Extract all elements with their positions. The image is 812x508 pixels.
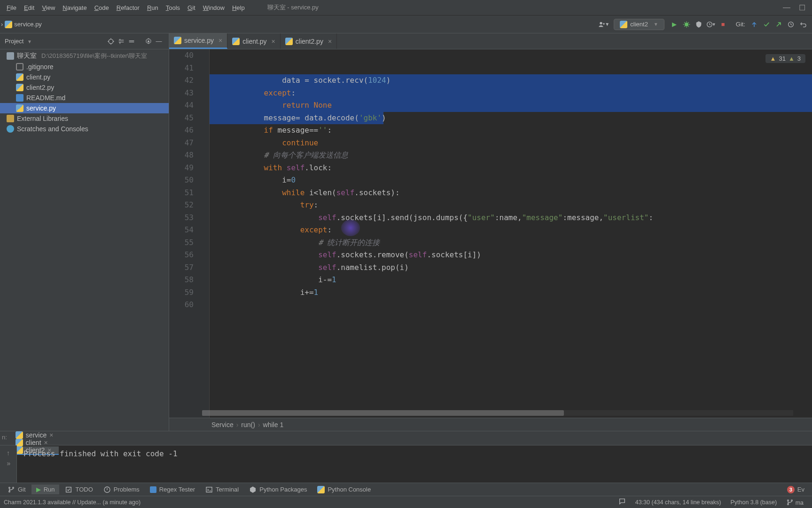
tool-tab-todo[interactable]: TODO [60, 484, 97, 495]
run-output[interactable]: Process finished with exit code -1 [17, 445, 812, 483]
menu-file[interactable]: File [3, 3, 20, 13]
code-line-60[interactable] [210, 324, 812, 336]
locate-icon[interactable] [106, 36, 116, 47]
up-arrow-icon[interactable]: ↑ [7, 449, 10, 457]
breadcrumb-segment[interactable]: Service [211, 421, 234, 429]
code-body[interactable]: data = socket.recv(1024) except: return … [210, 49, 812, 418]
scrollbar-thumb[interactable] [202, 410, 564, 416]
inspections-widget[interactable]: ▲ 31 ▲ 3 [765, 54, 805, 63]
tool-tab-git[interactable]: Git [3, 484, 31, 495]
sidebar-title[interactable]: Project ▼ [5, 38, 106, 45]
breadcrumb-segment[interactable]: run() [241, 421, 255, 429]
fold-strip[interactable] [202, 49, 210, 418]
code-line-46[interactable]: # 向每个客户端发送信息 [210, 149, 812, 162]
tool-tab-run[interactable]: ▶Run [31, 484, 60, 494]
tab-client2-py[interactable]: client2.py× [281, 33, 337, 49]
code-line-47[interactable]: with self.lock: [210, 162, 812, 175]
project-root[interactable]: 聊天室 D:\2018365719\file\案例--tkinter\聊天室 [0, 50, 169, 62]
collapse-all-icon[interactable] [126, 36, 137, 47]
run-config-selector[interactable]: client2 ▼ [614, 19, 664, 30]
file-service-py[interactable]: service.py [0, 103, 169, 113]
run-tabs: n: service×client×client2× [0, 431, 812, 445]
code-line-43[interactable]: message= data.decode('gbk') [210, 112, 812, 125]
expand-all-icon[interactable] [116, 36, 126, 47]
code-line-55[interactable]: self.namelist.pop(i) [210, 262, 812, 274]
hide-icon[interactable]: — [154, 36, 164, 47]
status-position[interactable]: 43:30 (434 chars, 14 line breaks) [631, 499, 726, 506]
file-README-md[interactable]: README.md [0, 93, 169, 103]
run-tab-service[interactable]: service× [10, 431, 59, 439]
horizontal-scrollbar[interactable] [202, 410, 793, 416]
menu-edit[interactable]: Edit [20, 3, 38, 13]
code-line-58[interactable] [210, 299, 812, 311]
code-line-56[interactable]: i-=1 [210, 274, 812, 286]
breadcrumb-file[interactable]: › service.py [1, 21, 42, 28]
git-history-button[interactable] [785, 18, 797, 31]
stop-button[interactable]: ■ [717, 18, 729, 31]
profile-button[interactable]: ▼ [705, 18, 717, 31]
code-line-49[interactable]: while i<len(self.sockets): [210, 187, 812, 199]
code-line-41[interactable]: except: [210, 87, 812, 100]
code-line-48[interactable]: i=0 [210, 174, 812, 187]
menu-navigate[interactable]: Navigate [59, 3, 90, 13]
tab-label: client.py [242, 38, 266, 45]
svg-rect-11 [206, 487, 212, 492]
settings-icon[interactable] [143, 36, 154, 47]
code-line-52[interactable]: except: [210, 224, 812, 237]
code-line-53[interactable]: # 统计断开的连接 [210, 237, 812, 249]
code-line-50[interactable]: try: [210, 199, 812, 212]
menu-refactor[interactable]: Refactor [113, 3, 143, 13]
tool-tab-terminal[interactable]: Terminal [201, 484, 243, 495]
debug-button[interactable] [680, 18, 693, 31]
tool-tab-python-console[interactable]: Python Console [312, 484, 375, 495]
menu-code[interactable]: Code [91, 3, 113, 13]
code-line-59[interactable] [210, 311, 812, 324]
tool-tab-python-packages[interactable]: Python Packages [244, 484, 312, 495]
coverage-button[interactable] [693, 18, 705, 31]
add-user-icon[interactable]: ▼ [598, 18, 610, 31]
menu-window[interactable]: Window [199, 3, 228, 13]
status-interpreter[interactable]: Python 3.8 (base) [726, 499, 781, 506]
run-button[interactable]: ▶ [668, 18, 680, 31]
code-line-42[interactable]: return None [210, 99, 812, 112]
minimize-icon[interactable]: — [783, 3, 790, 12]
close-run-tab-icon[interactable]: × [49, 431, 53, 439]
breadcrumb-segment[interactable]: while 1 [263, 421, 284, 429]
close-tab-icon[interactable]: × [272, 38, 275, 45]
file-client-py[interactable]: client.py [0, 72, 169, 82]
menu-view[interactable]: View [38, 3, 59, 13]
menu-tools[interactable]: Tools [162, 3, 184, 13]
event-log[interactable]: 3Ev [782, 484, 809, 495]
maximize-icon[interactable]: ☐ [799, 3, 805, 12]
git-update-button[interactable] [748, 18, 760, 31]
menu-help[interactable]: Help [228, 3, 249, 13]
code-line-54[interactable]: self.sockets.remove(self.sockets[i]) [210, 249, 812, 262]
code-line-40[interactable]: data = socket.recv(1024) [210, 74, 812, 87]
balloon-icon[interactable] [614, 498, 631, 507]
code-line-45[interactable]: continue [210, 137, 812, 150]
status-update-msg[interactable]: Charm 2021.1.3 available // Update... (a… [4, 499, 614, 506]
git-commit-button[interactable] [760, 18, 773, 31]
close-tab-icon[interactable]: × [328, 38, 332, 45]
tool-tab-problems[interactable]: Problems [99, 484, 144, 495]
more-icon[interactable]: » [7, 460, 10, 467]
file--gitignore[interactable]: .gitignore [0, 62, 169, 72]
external-libraries[interactable]: External Libraries [0, 113, 169, 124]
code-line-44[interactable]: if message=='': [210, 124, 812, 137]
svg-point-7 [9, 491, 10, 492]
git-rollback-button[interactable] [797, 18, 809, 31]
git-push-button[interactable] [773, 18, 785, 31]
code-editor[interactable]: 4041424344454647484950515253545556575859… [169, 49, 812, 418]
code-line-51[interactable]: self.sockets[i].send(json.dumps({"user":… [210, 212, 812, 224]
tool-tab-regex-tester[interactable]: Regex Tester [145, 484, 200, 494]
code-breadcrumb[interactable]: Service›run()›while 1 [169, 418, 812, 431]
scratches-consoles[interactable]: Scratches and Consoles [0, 124, 169, 134]
close-tab-icon[interactable]: × [219, 37, 222, 44]
menu-run[interactable]: Run [143, 3, 162, 13]
menu-git[interactable]: Git [184, 3, 199, 13]
tab-client-py[interactable]: client.py× [227, 33, 281, 49]
tab-service-py[interactable]: service.py× [169, 33, 227, 49]
code-line-57[interactable]: i+=1 [210, 286, 812, 299]
file-client2-py[interactable]: client2.py [0, 82, 169, 93]
status-branch[interactable]: ma [781, 499, 808, 506]
